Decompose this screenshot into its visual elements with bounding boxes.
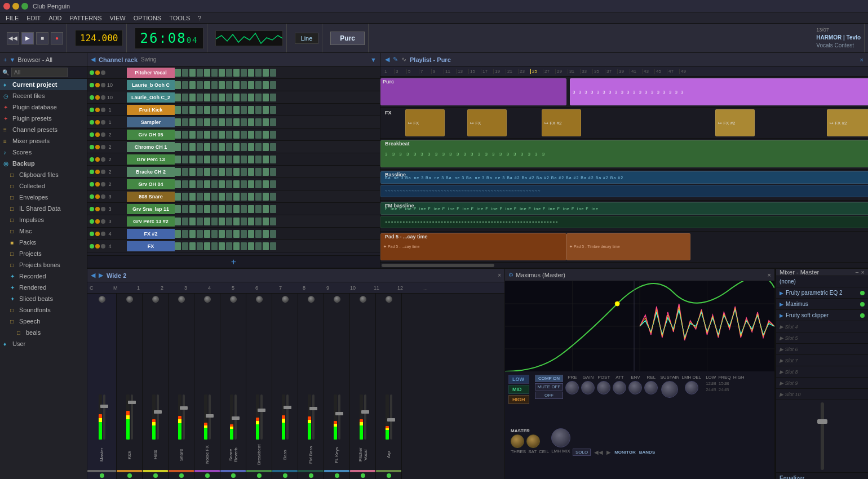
mute-off-btn[interactable]: MUTE OFF [535,383,564,391]
pat-block-12-5[interactable] [211,218,218,225]
pat-block-5-7[interactable] [226,131,232,139]
pat-block-0-9[interactable] [241,69,247,77]
mix-ch-on-3[interactable] [179,473,184,478]
ch-mute-dot-7[interactable] [95,157,100,162]
mix-send-knob-9[interactable] [334,296,340,303]
ch-name-btn-9[interactable]: Grv OH 04 [127,179,175,189]
pat-block-2-9[interactable] [241,94,247,101]
pat-block-13-7[interactable] [226,230,232,238]
comp-on-btn[interactable]: COMP ON [535,375,564,382]
pat-block-2-0[interactable] [175,94,181,101]
pat-block-9-6[interactable] [219,180,225,188]
pat-block-14-4[interactable] [204,242,210,250]
pat-block-5-6[interactable] [219,131,225,139]
ch-mute-dot-13[interactable] [95,232,100,236]
pat-block-13-13[interactable] [270,230,276,238]
pat-block-3-4[interactable] [204,106,210,114]
pat-block-14-10[interactable] [248,242,254,250]
breakbeat-clip[interactable]: 3 3 3 3 3 3 3 3 3 3 3 3 3 3 3 3 3 3 3 3 … [380,140,868,167]
pat-block-14-1[interactable] [182,242,188,250]
mix-fader-thumb-7[interactable] [284,406,291,409]
browser-item-misc[interactable]: □ Misc [0,225,87,237]
pat-block-5-0[interactable] [175,131,181,139]
effect-slot-none[interactable]: (none) [776,276,868,287]
master-mixer-minimize-btn[interactable]: − [855,269,858,276]
pat-block-6-8[interactable] [233,143,240,151]
mix-send-knob-4[interactable] [204,296,211,303]
mix-send-knob-0[interactable] [99,296,105,303]
ch-mute-dot-12[interactable] [95,219,100,224]
pat-block-8-5[interactable] [211,168,218,176]
ch-mute-dot-4[interactable] [95,120,100,125]
pat-block-0-3[interactable] [197,69,203,77]
pat-block-0-6[interactable] [219,69,225,77]
pat-block-6-6[interactable] [219,143,225,151]
effect-slot-clipper[interactable]: ▶ Fruity soft clipper [776,310,868,321]
pat-block-10-11[interactable] [255,193,262,201]
mix-fader-thumb-2[interactable] [154,410,162,414]
mix-fader-thumb-6[interactable] [258,409,265,412]
pat-block-9-2[interactable] [189,180,196,188]
pat-block-10-0[interactable] [175,193,181,201]
browser-item-impulses[interactable]: □ Impulses [0,214,87,225]
pat-block-3-1[interactable] [182,106,188,114]
mix-send-knob-1[interactable] [126,296,133,303]
browser-item-il-shared[interactable]: □ IL Shared Data [0,203,87,214]
playlist-close-btn[interactable]: × [860,56,863,63]
pat-block-9-11[interactable] [255,180,262,188]
mix-ch-on-6[interactable] [257,473,262,478]
playlist-pencil-icon[interactable]: ✎ [393,56,398,63]
ch-solo-dot-9[interactable] [101,182,105,187]
pat-block-0-10[interactable] [248,69,254,77]
ch-name-btn-4[interactable]: Sampler [127,117,175,127]
pat-block-4-12[interactable] [263,118,269,126]
ch-mute-dot-3[interactable] [95,108,100,112]
prev-btn[interactable]: ◀◀ [7,32,19,45]
transport-play-btn[interactable]: ▶ [606,449,611,455]
pat-block-2-10[interactable] [248,94,254,101]
post-knob[interactable] [597,381,610,394]
preset-btn[interactable]: Purc [330,32,365,45]
pat-block-2-5[interactable] [211,94,218,101]
pat-block-11-1[interactable] [182,205,188,213]
pat-block-9-10[interactable] [248,180,254,188]
ch-mute-dot-9[interactable] [95,182,100,187]
pat-block-5-10[interactable] [248,131,254,139]
pat-block-9-0[interactable] [175,180,181,188]
mixer-close-btn[interactable]: × [498,272,501,278]
browser-item-mixer-presets[interactable]: ≡ Mixer presets [0,135,87,147]
pat-block-3-11[interactable] [255,106,262,114]
pat-block-3-12[interactable] [263,106,269,114]
mix-send-knob-11[interactable] [386,296,392,303]
effect-slot-6[interactable]: ▶ Slot 6 [776,344,868,355]
mix-ch-on-8[interactable] [309,473,313,478]
pat-block-9-4[interactable] [204,180,210,188]
mix-send-knob-8[interactable] [308,296,315,303]
browser-item-collected[interactable]: □ Collected [0,180,87,192]
pat-block-10-10[interactable] [248,193,254,201]
pat-block-7-3[interactable] [197,156,203,163]
browser-item-plugin-database[interactable]: ✦ Plugin database [0,101,87,113]
ch-mute-dot-2[interactable] [95,95,100,100]
pat-block-1-10[interactable] [248,81,254,89]
pat-block-2-3[interactable] [197,94,203,101]
pat-block-8-1[interactable] [182,168,188,176]
ch-solo-dot-2[interactable] [101,95,105,100]
pat-block-8-13[interactable] [270,168,276,176]
pat-block-8-8[interactable] [233,168,240,176]
browser-item-beals[interactable]: □ beals [0,327,87,338]
rack-collapse-btn[interactable]: ▼ [370,56,377,63]
ch-name-btn-6[interactable]: Chromo CH 1 [127,142,175,152]
pat-block-4-0[interactable] [175,118,181,126]
pat-block-7-2[interactable] [189,156,196,163]
pat-block-6-12[interactable] [263,143,269,151]
menu-tools[interactable]: TOOLS [166,14,193,23]
mix-fader-thumb-0[interactable] [100,405,108,408]
pat-block-6-4[interactable] [204,143,210,151]
pat-block-1-2[interactable] [189,81,196,89]
pat-block-5-9[interactable] [241,131,247,139]
minimize-btn[interactable] [12,3,19,10]
menu-patterns[interactable]: PATTERNS [67,14,105,23]
pat-block-7-13[interactable] [270,156,276,163]
ch-solo-dot-12[interactable] [101,219,105,224]
